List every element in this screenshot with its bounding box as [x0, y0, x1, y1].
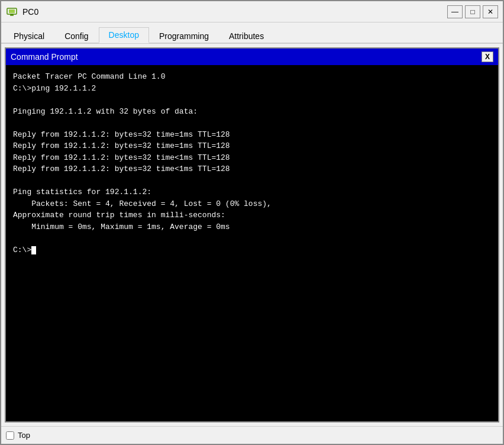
minimize-button[interactable]: — [447, 5, 463, 18]
cmd-line7: Reply from 192.1.1.2: bytes=32 time=1ms … [13, 141, 230, 150]
command-prompt-window: Command Prompt X Packet Tracer PC Comman… [5, 47, 499, 423]
close-button[interactable]: ✕ [483, 5, 498, 18]
tab-attributes[interactable]: Attributes [219, 28, 274, 43]
top-checkbox[interactable] [6, 431, 14, 440]
cmd-close-button[interactable]: X [482, 51, 493, 62]
tab-desktop[interactable]: Desktop [99, 27, 149, 43]
title-bar: PC0 — □ ✕ [1, 1, 503, 22]
tab-physical[interactable]: Physical [4, 28, 54, 43]
cmd-line13: Approximate round trip times in milli-se… [13, 211, 225, 220]
cmd-line9: Reply from 192.1.1.2: bytes=32 time<1ms … [13, 165, 230, 173]
cmd-line8: Reply from 192.1.1.2: bytes=32 time<1ms … [13, 153, 230, 162]
cmd-line12: Packets: Sent = 4, Received = 4, Lost = … [13, 199, 272, 208]
tab-config[interactable]: Config [54, 28, 98, 43]
cmd-output[interactable]: Packet Tracer PC Command Line 1.0 C:\>pi… [6, 65, 498, 421]
content-area: Command Prompt X Packet Tracer PC Comman… [1, 44, 503, 426]
window-controls: — □ ✕ [447, 5, 498, 18]
cmd-line6: Reply from 192.1.1.2: bytes=32 time=1ms … [13, 130, 230, 139]
main-window: PC0 — □ ✕ Physical Config Desktop Progra… [0, 0, 504, 445]
cmd-prompt: C:\> [13, 246, 31, 254]
cmd-line14: Minimum = 0ms, Maximum = 1ms, Average = … [13, 222, 230, 231]
cmd-line4: Pinging 192.1.1.2 with 32 bytes of data: [13, 107, 198, 116]
tab-bar: Physical Config Desktop Programming Attr… [1, 22, 503, 44]
cmd-title-bar: Command Prompt X [6, 49, 498, 65]
cmd-line2: C:\>ping 192.1.1.2 [13, 84, 96, 93]
cmd-line11: Ping statistics for 192.1.1.2: [13, 188, 151, 196]
window-title: PC0 [22, 7, 447, 17]
app-icon [6, 6, 18, 18]
bottom-bar: Top [1, 426, 503, 444]
cursor [31, 246, 36, 254]
svg-rect-1 [9, 9, 15, 13]
maximize-button[interactable]: □ [465, 5, 480, 18]
tab-programming[interactable]: Programming [149, 28, 219, 43]
cmd-title-label: Command Prompt [11, 52, 78, 62]
top-label: Top [18, 431, 30, 440]
cmd-line1: Packet Tracer PC Command Line 1.0 [13, 72, 165, 81]
